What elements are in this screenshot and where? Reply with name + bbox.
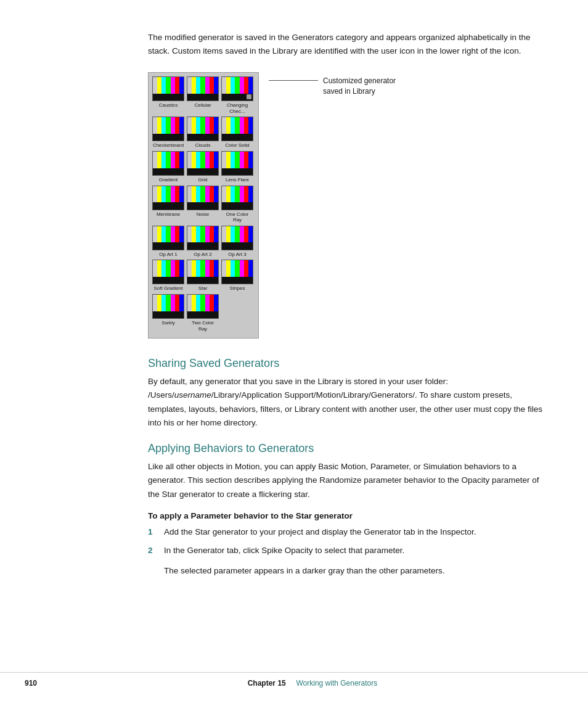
label-onecolorray: One Color Ray [221, 211, 253, 223]
callout-text: Customized generatorsaved in Library [323, 76, 396, 97]
thumb-caustics [152, 76, 184, 101]
grid-row-5: Op Art 1 Op Art 2 [152, 226, 255, 258]
grid-row-1: Caustics Cellular [152, 76, 255, 114]
grid-cell-clouds: Clouds [187, 117, 219, 149]
thumb-stripes [221, 260, 253, 284]
grid-cell-membrane: Membrane [152, 186, 184, 223]
label-noise: Noise [187, 211, 219, 218]
label-cellular: Cellular [187, 102, 219, 109]
grid-cell-checkerboard: Checkerboard [152, 117, 184, 149]
thumb-colorsolid [221, 117, 253, 141]
label-caustics: Caustics [152, 102, 184, 109]
grid-row-4: Membrane Noise [152, 186, 255, 223]
step-content-1: Add the Star generator to your project a… [164, 525, 551, 539]
thumb-membrane [152, 186, 184, 210]
label-changing: Changing Chec... [221, 102, 253, 114]
page-footer: 910 Chapter 15 Working with Generators [0, 672, 588, 688]
step-content-2: In the Generator tab, click Spike Opacit… [164, 544, 551, 557]
step-number-2: 2 [148, 544, 158, 557]
label-checkerboard: Checkerboard [152, 142, 184, 149]
footer-center: Chapter 15 Working with Generators [62, 679, 563, 688]
grid-cell-twocolorray: Two Color Ray [187, 294, 219, 332]
label-colorsolid: Color Solid [221, 142, 253, 149]
sharing-heading: Sharing Saved Generators [148, 357, 551, 370]
page-number: 910 [25, 679, 62, 688]
label-lensflare: Lens Flare [221, 177, 253, 183]
thumb-gradient [152, 151, 184, 176]
grid-cell-noise: Noise [187, 186, 219, 223]
content-area: The modified generator is saved in the G… [148, 0, 551, 578]
label-membrane: Membrane [152, 211, 184, 218]
generator-grid: Caustics Cellular [148, 72, 259, 339]
grid-cell-colorsolid: Color Solid [221, 117, 253, 149]
grid-cell-opart1: Op Art 1 [152, 226, 184, 258]
step-2: 2 In the Generator tab, click Spike Opac… [148, 544, 551, 557]
grid-cell-stripes: Stripes [221, 260, 253, 292]
intro-paragraph: The modified generator is saved in the G… [148, 31, 551, 57]
grid-cell-changing: Changing Chec... [221, 76, 253, 114]
grid-row-7: Swirly Two Color Ray [152, 294, 255, 332]
label-stripes: Stripes [221, 285, 253, 292]
sharing-body: By default, any generator that you save … [148, 375, 551, 430]
thumb-swirly [152, 294, 184, 319]
note-text: The selected parameter appears in a dark… [164, 564, 551, 578]
page-container: The modified generator is saved in the G… [0, 0, 588, 706]
label-opart1: Op Art 1 [152, 252, 184, 258]
callout-line: Customized generatorsaved in Library [269, 76, 396, 97]
step-number-1: 1 [148, 525, 158, 539]
thumb-opart2 [187, 226, 219, 250]
thumb-checkerboard [152, 117, 184, 141]
thumb-grid [187, 151, 219, 176]
thumb-lensflare [221, 151, 253, 176]
grid-cell-onecolorray: One Color Ray [221, 186, 253, 223]
thumb-twocolorray [187, 294, 219, 319]
label-clouds: Clouds [187, 142, 219, 149]
footer-separator [288, 679, 294, 688]
thumb-changing [221, 76, 253, 101]
label-gradient: Gradient [152, 177, 184, 183]
grid-cell-grid: Grid [187, 151, 219, 183]
footer-chapter-label: Chapter 15 [248, 679, 286, 688]
label-star: Star [187, 285, 219, 292]
label-grid: Grid [187, 177, 219, 183]
grid-row-2: Checkerboard Clouds [152, 117, 255, 149]
grid-row-6: Soft Gradient Star [152, 260, 255, 292]
grid-row-3: Gradient Grid [152, 151, 255, 183]
thumb-softgradient [152, 260, 184, 284]
grid-cell-opart3: Op Art 3 [221, 226, 253, 258]
thumb-cellular [187, 76, 219, 101]
label-twocolorray: Two Color Ray [187, 320, 219, 332]
applying-heading: Applying Behaviors to Generators [148, 442, 551, 455]
callout-area: Customized generatorsaved in Library [269, 72, 396, 97]
grid-cell-caustics: Caustics [152, 76, 184, 114]
label-opart3: Op Art 3 [221, 252, 253, 258]
thumb-opart1 [152, 226, 184, 250]
grid-cell-gradient: Gradient [152, 151, 184, 183]
applying-intro: Like all other objects in Motion, you ca… [148, 460, 551, 501]
thumb-star [187, 260, 219, 284]
thumb-opart3 [221, 226, 253, 250]
grid-cell-cellular: Cellular [187, 76, 219, 114]
grid-cell-swirly: Swirly [152, 294, 184, 332]
grid-cell-opart2: Op Art 2 [187, 226, 219, 258]
thumb-onecolorray [221, 186, 253, 210]
grid-cell-star: Star [187, 260, 219, 292]
thumb-clouds [187, 117, 219, 141]
label-swirly: Swirly [152, 320, 184, 326]
label-softgradient: Soft Gradient [152, 285, 184, 292]
steps-list: 1 Add the Star generator to your project… [148, 525, 551, 557]
grid-cell-lensflare: Lens Flare [221, 151, 253, 183]
image-section: Caustics Cellular [148, 72, 551, 339]
step-1: 1 Add the Star generator to your project… [148, 525, 551, 539]
thumb-noise [187, 186, 219, 210]
label-opart2: Op Art 2 [187, 252, 219, 258]
grid-cell-softgradient: Soft Gradient [152, 260, 184, 292]
callout-dash [269, 80, 318, 81]
procedure-label: To apply a Parameter behavior to the Sta… [148, 511, 551, 520]
footer-chapter-title: Working with Generators [296, 679, 377, 688]
